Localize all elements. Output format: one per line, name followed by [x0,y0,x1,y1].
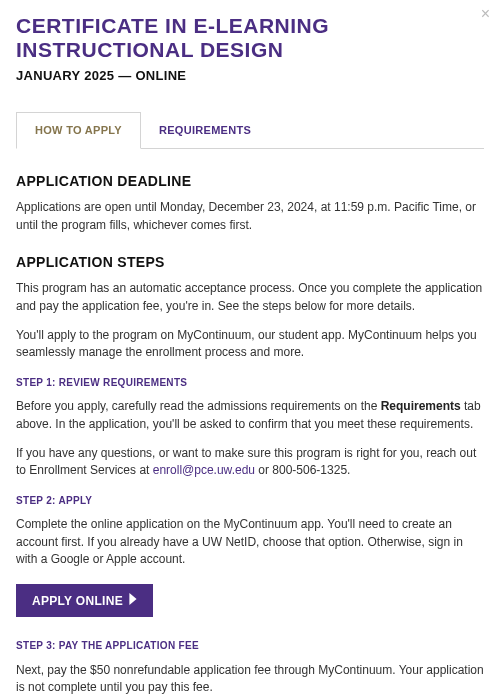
email-link[interactable]: enroll@pce.uw.edu [153,463,255,477]
text-steps-intro-1: This program has an automatic acceptance… [16,280,484,315]
text-step1-p2: If you have any questions, or want to ma… [16,445,484,480]
chevron-right-icon [129,593,137,608]
heading-application-steps: APPLICATION STEPS [16,252,484,272]
heading-step-1: STEP 1: REVIEW REQUIREMENTS [16,376,484,391]
tab-how-to-apply[interactable]: HOW TO APPLY [16,112,141,149]
apply-online-label: APPLY ONLINE [32,594,123,608]
tab-requirements[interactable]: REQUIREMENTS [141,113,269,148]
text-step3-p1: Next, pay the $50 nonrefundable applicat… [16,662,484,695]
text-step1-p1: Before you apply, carefully read the adm… [16,398,484,433]
page-title: CERTIFICATE IN E-LEARNING INSTRUCTIONAL … [16,14,484,61]
text-step2-p1: Complete the online application on the M… [16,516,484,568]
apply-online-button[interactable]: APPLY ONLINE [16,584,153,617]
heading-step-2: STEP 2: APPLY [16,494,484,509]
heading-application-deadline: APPLICATION DEADLINE [16,171,484,191]
requirements-ref: Requirements [381,399,461,413]
tab-bar: HOW TO APPLY REQUIREMENTS [16,112,484,149]
heading-step-3: STEP 3: PAY THE APPLICATION FEE [16,639,484,654]
text-deadline: Applications are open until Monday, Dece… [16,199,484,234]
page-subtitle: JANUARY 2025 — ONLINE [16,67,484,86]
text-steps-intro-2: You'll apply to the program on MyContinu… [16,327,484,362]
close-icon[interactable]: × [481,6,490,22]
